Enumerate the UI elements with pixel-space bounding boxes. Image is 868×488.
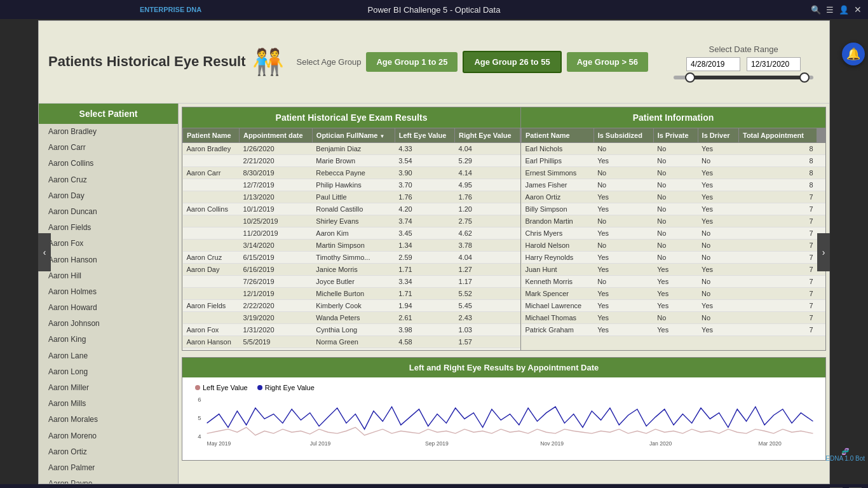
table-row[interactable]: Ernest SimmonsNoNoYes8 (522, 167, 825, 179)
sidebar-patient-item[interactable]: Aaron Payne (39, 476, 178, 484)
age-group-2-button[interactable]: Age Group 26 to 55 (463, 51, 561, 73)
table-row[interactable]: 7/26/2019Joyce Butler3.341.17 (183, 276, 520, 288)
eye-exam-container: Patient Historical Eye Exam Results Pati… (182, 107, 521, 351)
patient-info-scroll[interactable]: Patient Name Is Subsidized Is Private Is… (521, 128, 825, 336)
table-cell: No (593, 143, 653, 155)
sidebar-patient-item[interactable]: Aaron Bradley (39, 124, 178, 140)
sidebar-patient-item[interactable]: Aaron Miller (39, 380, 178, 396)
nav-right-button[interactable]: › (817, 233, 830, 271)
sidebar-patient-item[interactable]: Aaron Long (39, 364, 178, 380)
slider-right-thumb[interactable] (799, 72, 810, 83)
user-icon[interactable]: 🔍 (811, 5, 821, 15)
pi-col-private[interactable]: Is Private (653, 128, 698, 143)
sidebar-patient-item[interactable]: Aaron Morales (39, 412, 178, 428)
sidebar-patient-item[interactable]: Aaron Cruz (39, 172, 178, 188)
table-row[interactable]: 3/19/2020Wanda Peters2.612.43 (183, 312, 520, 324)
sidebar-patient-item[interactable]: Aaron Hill (39, 268, 178, 284)
table-row[interactable]: Michael LawrenceYesYesYes7 (522, 300, 825, 312)
window-title: Power BI Challenge 5 - Optical Data (368, 5, 501, 15)
pi-col-total[interactable]: Total Appointment (738, 128, 817, 143)
table-cell: 4.33 (395, 143, 454, 155)
slider-left-thumb[interactable] (685, 72, 695, 83)
eye-exam-scroll[interactable]: Patient Name Appointment date Optician F… (182, 128, 520, 350)
table-row[interactable]: Billy SimpsonYesNoYes7 (522, 203, 825, 215)
table-cell: Aaron Fields (183, 300, 240, 312)
table-row[interactable]: Harry ReynoldsYesNoNo7 (522, 252, 825, 264)
table-row[interactable]: 12/1/2019Michelle Burton1.715.52 (183, 288, 520, 300)
sidebar-patient-item[interactable]: Aaron Duncan (39, 204, 178, 220)
sidebar-patient-item[interactable]: Aaron Collins (39, 156, 178, 172)
table-row[interactable]: Chris MyersYesNoNo7 (522, 227, 825, 240)
table-row[interactable]: 1/13/2020Paul Little1.761.76 (183, 191, 520, 203)
date-to-input[interactable] (747, 57, 801, 71)
col-right-eye[interactable]: Right Eye Value (455, 128, 520, 143)
sidebar-patient-item[interactable]: Aaron Mills (39, 396, 178, 412)
table-row[interactable]: James FisherNoNoYes8 (522, 179, 825, 191)
table-row[interactable]: Patrick GrahamYesYesYes7 (522, 324, 825, 336)
age-group-1-button[interactable]: Age Group 1 to 25 (366, 52, 458, 72)
table-row[interactable]: Aaron Hanson5/5/2019Norma Green4.581.57 (183, 336, 520, 348)
table-row[interactable]: Mark SpencerYesYesNo7 (522, 288, 825, 300)
sidebar-patient-item[interactable]: Aaron Johnson (39, 316, 178, 332)
table-cell: Yes (698, 191, 738, 203)
date-from-input[interactable] (686, 57, 740, 71)
account-icon[interactable]: 👤 (839, 5, 849, 15)
table-cell (183, 288, 240, 300)
sidebar-patient-item[interactable]: Aaron Carr (39, 140, 178, 156)
col-left-eye[interactable]: Left Eye Value (395, 128, 454, 143)
sidebar-patient-item[interactable]: Aaron Hanson (39, 252, 178, 268)
table-row[interactable]: 3/14/2020Martin Simpson1.343.78 (183, 240, 520, 252)
menu-icon[interactable]: ☰ (826, 5, 834, 15)
notification-button[interactable]: 🔔 (842, 43, 865, 65)
sidebar-patient-item[interactable]: Aaron Moreno (39, 428, 178, 444)
table-row[interactable]: Earl PhillipsYesNoNo8 (522, 155, 825, 167)
table-row[interactable]: Earl NicholsNoNoYes8 (522, 143, 825, 155)
table-row[interactable]: Aaron Day6/16/2019Janice Morris1.711.27 (183, 264, 520, 276)
sidebar-patient-item[interactable]: Aaron Lane (39, 348, 178, 364)
table-row[interactable]: Aaron Bradley1/26/2020Benjamin Diaz4.334… (183, 143, 520, 155)
table-row[interactable]: Michael ThomasYesNoNo7 (522, 312, 825, 324)
table-row[interactable]: 7/25/2019Heather Lewis1.073.42 (183, 348, 520, 351)
table-cell: 1/26/2020 (240, 143, 313, 155)
table-row[interactable]: 2/21/2020Marie Brown3.545.29 (183, 155, 520, 167)
table-row[interactable]: 10/25/2019Shirley Evans3.742.75 (183, 215, 520, 227)
pi-col-subsidized[interactable]: Is Subsidized (593, 128, 653, 143)
col-optician[interactable]: Optician FullName ▼ (312, 128, 395, 143)
table-row[interactable]: Aaron Collins10/1/2019Ronald Castillo4.2… (183, 203, 520, 215)
pi-col-name[interactable]: Patient Name (522, 128, 594, 143)
date-range-slider[interactable] (674, 76, 813, 79)
sidebar-patient-item[interactable]: Aaron Howard (39, 300, 178, 316)
table-cell: Norma Green (312, 336, 395, 348)
sidebar-patient-item[interactable]: Aaron King (39, 332, 178, 348)
col-patient-name[interactable]: Patient Name (183, 128, 240, 143)
col-appointment-date[interactable]: Appointment date (240, 128, 313, 143)
table-cell: Aaron Hanson (183, 336, 240, 348)
close-button[interactable]: ✕ (854, 4, 862, 15)
sidebar-patient-item[interactable]: Aaron Holmes (39, 284, 178, 300)
table-row[interactable]: 11/20/2019Aaron Kim3.454.62 (183, 227, 520, 240)
table-row[interactable]: 12/7/2019Philip Hawkins3.704.95 (183, 179, 520, 191)
sidebar-patient-item[interactable]: Aaron Fields (39, 220, 178, 236)
table-row[interactable]: Brandon MartinNoNoYes7 (522, 215, 825, 227)
sidebar-patient-item[interactable]: Aaron Ortiz (39, 444, 178, 460)
table-cell: Philip Hawkins (312, 179, 395, 191)
pi-col-driver[interactable]: Is Driver (698, 128, 738, 143)
scroll-cell (817, 288, 825, 300)
table-cell: Yes (698, 143, 738, 155)
table-row[interactable]: Aaron Fox1/31/2020Cynthia Long3.981.03 (183, 324, 520, 336)
sidebar-patient-item[interactable]: Aaron Palmer (39, 460, 178, 476)
table-row[interactable]: Aaron Cruz6/15/2019Timothy Simmo...2.594… (183, 252, 520, 264)
table-row[interactable]: Juan HuntYesYesYes7 (522, 264, 825, 276)
table-row[interactable]: Harold NelsonNoNoNo7 (522, 240, 825, 252)
table-row[interactable]: Kenneth MorrisNoYesNo7 (522, 276, 825, 288)
nav-left-button[interactable]: ‹ (38, 233, 51, 271)
table-row[interactable]: Aaron Carr8/30/2019Rebecca Payne3.904.14 (183, 167, 520, 179)
table-row[interactable]: Aaron OrtizYesNoYes7 (522, 191, 825, 203)
svg-text:Mar 2020: Mar 2020 (759, 440, 782, 447)
sidebar-patient-item[interactable]: Aaron Fox (39, 236, 178, 252)
age-group-3-button[interactable]: Age Group > 56 (567, 52, 648, 72)
age-group-section: Select Age Group Age Group 1 to 25 Age G… (297, 51, 649, 73)
table-row[interactable]: Aaron Fields2/22/2020Kimberly Cook1.945.… (183, 300, 520, 312)
svg-text:Jan 2020: Jan 2020 (649, 440, 672, 447)
sidebar-patient-item[interactable]: Aaron Day (39, 188, 178, 204)
